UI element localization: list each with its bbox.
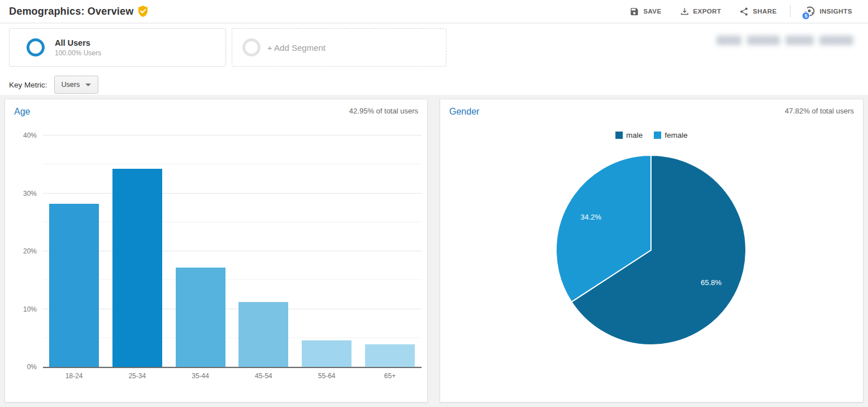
bar-18-24[interactable] — [49, 204, 99, 367]
pie-slice-label-male: 65.8% — [701, 278, 722, 287]
age-panel: Age 42.95% of total users 0%10%20%30%40%… — [5, 99, 428, 402]
add-segment-label: + Add Segment — [267, 43, 326, 52]
x-axis-tick-label: 55-64 — [302, 372, 351, 380]
bar-slot: 55-64 — [302, 135, 351, 367]
key-metric-row: Key Metric: Users — [9, 75, 98, 95]
x-axis-tick-label: 65+ — [365, 372, 415, 380]
save-button[interactable]: SAVE — [622, 2, 669, 21]
insights-badge-count: 5 — [802, 12, 810, 20]
export-button[interactable]: EXPORT — [672, 2, 730, 21]
export-icon — [680, 7, 689, 16]
age-total-users-text: 42.95% of total users — [349, 107, 418, 115]
top-actions: SAVE EXPORT SHARE — [622, 1, 860, 21]
gender-panel: Gender 47.82% of total users male female… — [440, 99, 863, 402]
x-axis-tick-label: 18-24 — [49, 372, 99, 380]
segment-circle-icon — [27, 38, 45, 56]
segment-subtitle: 100.00% Users — [55, 49, 101, 57]
page-title: Demographics: Overview — [9, 6, 148, 17]
segments-section: All Users 100.00% Users + Add Segment Ke… — [0, 24, 868, 95]
key-metric-dropdown[interactable]: Users — [54, 76, 99, 94]
blurred-text — [747, 36, 780, 45]
x-axis-tick-label: 35-44 — [176, 372, 225, 380]
y-axis-tick-label: 10% — [23, 305, 37, 313]
bar-slot: 65+ — [365, 135, 415, 367]
age-bar-plot: 0%10%20%30%40%18-2425-3435-4445-5455-646… — [43, 135, 422, 368]
bar-slot: 35-44 — [176, 135, 225, 367]
key-metric-label: Key Metric: — [9, 81, 47, 89]
age-panel-header: Age 42.95% of total users — [5, 99, 427, 117]
bar-slot: 25-34 — [112, 135, 162, 367]
bar-35-44[interactable] — [176, 268, 225, 367]
bar-25-34[interactable] — [112, 169, 162, 367]
insights-icon: 5 — [804, 6, 815, 17]
blurred-text — [819, 36, 853, 45]
top-bar: Demographics: Overview SAVE EXPORT — [0, 0, 868, 23]
gender-pie-svg: 65.8%34.2% — [440, 99, 864, 403]
bar-slot: 18-24 — [49, 135, 99, 367]
date-range-selector-blurred[interactable] — [717, 32, 853, 49]
share-icon — [739, 7, 749, 16]
blurred-text — [717, 36, 741, 45]
bar-55-64[interactable] — [302, 340, 351, 367]
save-label: SAVE — [643, 8, 661, 15]
y-axis-tick-label: 30% — [23, 190, 37, 198]
insights-button[interactable]: 5 INSIGHTS — [796, 1, 860, 21]
x-axis-tick-label: 45-54 — [238, 372, 288, 380]
y-axis-tick-label: 20% — [23, 247, 37, 255]
pie-slice-label-female: 34.2% — [580, 213, 601, 221]
add-segment-button[interactable]: + Add Segment — [232, 28, 446, 67]
shield-check-icon — [138, 6, 148, 17]
bar-slot: 45-54 — [238, 135, 288, 367]
share-label: SHARE — [753, 8, 776, 15]
chevron-down-icon — [85, 84, 91, 86]
y-axis-tick-label: 0% — [27, 363, 37, 371]
x-axis-tick-label: 25-34 — [112, 372, 162, 380]
toolbar-divider — [790, 5, 791, 17]
insights-label: INSIGHTS — [819, 8, 852, 15]
add-segment-circle-icon — [242, 38, 261, 56]
bar-45-54[interactable] — [238, 302, 288, 367]
save-icon — [630, 7, 639, 16]
key-metric-selected-value: Users — [62, 81, 80, 89]
page-title-text: Demographics: Overview — [9, 6, 133, 17]
segment-title: All Users — [55, 38, 101, 49]
segment-all-users[interactable]: All Users 100.00% Users — [9, 28, 226, 67]
y-axis-tick-label: 40% — [23, 132, 37, 139]
bar-65+[interactable] — [365, 344, 415, 367]
blurred-text — [785, 36, 814, 45]
share-button[interactable]: SHARE — [731, 2, 784, 21]
bars-row: 18-2425-3435-4445-5455-6465+ — [49, 135, 415, 367]
export-label: EXPORT — [693, 8, 722, 15]
age-panel-title-link[interactable]: Age — [14, 107, 30, 117]
